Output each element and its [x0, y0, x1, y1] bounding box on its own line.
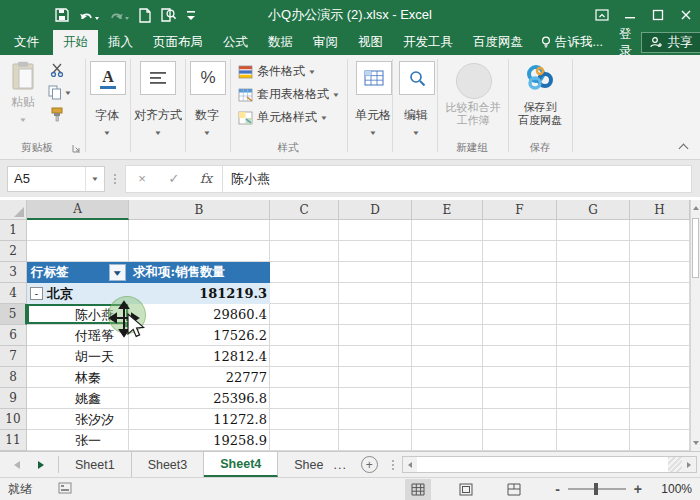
tab-page-layout[interactable]: 页面布局 [143, 30, 213, 55]
zoom-in-icon[interactable]: + [628, 481, 648, 497]
maximize-icon[interactable] [644, 0, 672, 30]
sales-quantity-cell[interactable]: 17526.2 [129, 328, 270, 343]
salesperson-name-cell[interactable]: 胡一天 [27, 348, 129, 366]
enter-icon[interactable]: ✓ [158, 171, 190, 186]
salesperson-name-cell[interactable]: 姚鑫 [27, 390, 129, 408]
editing-button-icon[interactable] [399, 61, 435, 95]
sales-quantity-cell[interactable]: 12812.4 [129, 349, 270, 364]
pivot-group-total[interactable]: 181219.3 [141, 286, 270, 301]
tab-file[interactable]: 文件 [0, 30, 53, 55]
horizontal-scroll-track[interactable] [417, 457, 668, 472]
number-button-icon[interactable]: % [190, 61, 226, 95]
sales-quantity-cell[interactable]: 22777 [129, 370, 270, 385]
name-box-dropdown-icon[interactable]: ▼ [85, 167, 104, 191]
scrollbar-resize-grip[interactable] [668, 457, 682, 472]
share-button[interactable]: 共享 [641, 32, 700, 53]
sheet-tab-overflow[interactable]: Shee [278, 452, 327, 477]
sales-quantity-cell[interactable]: 11272.8 [129, 412, 270, 427]
row-header-4[interactable]: 4 [0, 283, 27, 304]
tab-home[interactable]: 开始 [53, 30, 98, 55]
horizontal-scrollbar[interactable] [402, 456, 697, 473]
tab-insert[interactable]: 插入 [98, 30, 143, 55]
zoom-slider[interactable] [568, 488, 626, 490]
sales-quantity-cell[interactable]: 29860.4 [129, 307, 270, 322]
cancel-icon[interactable]: × [126, 171, 158, 186]
undo-icon[interactable] [79, 5, 99, 25]
collapse-group-icon[interactable]: - [30, 287, 43, 300]
pivot-row-label-cell[interactable]: 行标签 ▼ [27, 264, 129, 281]
column-header-C[interactable]: C [270, 200, 339, 220]
row-header-5[interactable]: 5 [0, 304, 27, 325]
cut-icon[interactable] [50, 63, 65, 80]
format-painter-icon[interactable] [50, 107, 65, 125]
salesperson-name-cell[interactable]: 张汐汐 [27, 411, 129, 429]
sheet-tab-sheet1[interactable]: Sheet1 [59, 452, 132, 477]
ribbon-display-options-icon[interactable] [588, 0, 616, 30]
row-header-3[interactable]: 3 [0, 262, 27, 283]
customize-qat-icon[interactable] [186, 5, 196, 25]
alignment-flyout[interactable]: 对齐方式▼ [130, 107, 186, 138]
pivot-group-name[interactable]: 北京 [47, 285, 73, 303]
name-box[interactable]: A5 ▼ [7, 166, 105, 192]
row-header-6[interactable]: 6 [0, 325, 27, 346]
alignment-button-icon[interactable] [140, 61, 176, 95]
row-header-11[interactable]: 11 [0, 430, 27, 451]
column-header-F[interactable]: F [483, 200, 557, 220]
page-break-view-icon[interactable] [501, 479, 527, 500]
row-header-7[interactable]: 7 [0, 346, 27, 367]
baidu-netdisk-icon[interactable] [524, 61, 556, 96]
new-document-icon[interactable] [139, 5, 151, 25]
copy-button[interactable]: ▼ [48, 85, 71, 100]
login-button[interactable]: 登录 [611, 30, 640, 55]
row-header-8[interactable]: 8 [0, 367, 27, 388]
tab-view[interactable]: 视图 [348, 30, 393, 55]
save-icon[interactable] [55, 5, 69, 25]
column-header-B[interactable]: B [129, 200, 270, 220]
formula-bar-splitter[interactable] [108, 174, 122, 184]
sales-quantity-cell[interactable]: 19258.9 [129, 433, 270, 448]
insert-function-icon[interactable]: fx [190, 171, 222, 186]
tab-developer[interactable]: 开发工具 [393, 30, 463, 55]
column-header-G[interactable]: G [557, 200, 630, 220]
normal-view-icon[interactable] [405, 479, 431, 500]
tab-formulas[interactable]: 公式 [213, 30, 258, 55]
column-header-D[interactable]: D [339, 200, 412, 220]
close-icon[interactable] [672, 0, 700, 30]
row-header-1[interactable]: 1 [0, 220, 27, 241]
cells-flyout[interactable]: 单元格▼ [350, 107, 396, 138]
format-as-table-button[interactable]: 套用表格格式▼ [238, 86, 339, 103]
salesperson-name-cell[interactable]: 林秦 [27, 369, 129, 387]
zoom-slider-handle[interactable] [594, 483, 598, 495]
font-button-icon[interactable]: A [90, 61, 126, 95]
tab-scrollbar-splitter[interactable] [386, 452, 400, 477]
scroll-left-icon[interactable] [403, 457, 417, 472]
zoom-level[interactable]: 100% [648, 482, 692, 496]
select-all-button[interactable] [0, 200, 27, 220]
filter-dropdown-icon[interactable]: ▼ [109, 264, 126, 281]
macro-record-icon[interactable] [58, 482, 72, 497]
prev-sheet-icon[interactable] [14, 461, 20, 469]
editing-flyout[interactable]: 编辑▼ [393, 107, 439, 138]
page-layout-view-icon[interactable] [453, 479, 479, 500]
formula-input[interactable]: 陈小燕 [223, 165, 692, 193]
row-header-2[interactable]: 2 [0, 241, 27, 262]
conditional-formatting-button[interactable]: 条件格式▼ [238, 63, 315, 80]
scroll-up-icon[interactable] [691, 200, 700, 216]
print-preview-icon[interactable] [161, 5, 176, 25]
scroll-down-icon[interactable] [691, 435, 700, 451]
tab-review[interactable]: 审阅 [303, 30, 348, 55]
zoom-out-icon[interactable]: - [549, 481, 566, 497]
scroll-right-icon[interactable] [682, 457, 696, 472]
cell-styles-button[interactable]: 单元格样式▼ [238, 109, 327, 126]
vertical-scroll-thumb[interactable] [692, 218, 699, 278]
tab-baidu-netdisk[interactable]: 百度网盘 [463, 30, 533, 55]
collapse-ribbon-icon[interactable] [680, 143, 688, 151]
sheet-tab-sheet3[interactable]: Sheet3 [132, 452, 205, 477]
sales-quantity-cell[interactable]: 25396.8 [129, 391, 270, 406]
row-header-10[interactable]: 10 [0, 409, 27, 430]
font-flyout[interactable]: 字体▼ [84, 107, 130, 138]
column-header-A[interactable]: A [27, 200, 129, 220]
tab-data[interactable]: 数据 [258, 30, 303, 55]
column-header-H[interactable]: H [630, 200, 690, 220]
pivot-value-label-cell[interactable]: 求和项:销售数量 [129, 264, 270, 281]
